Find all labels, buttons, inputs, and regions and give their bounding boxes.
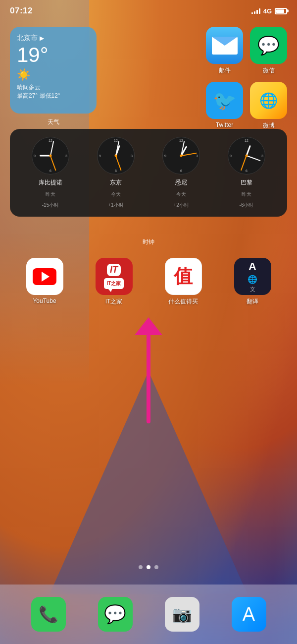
phone-icon: 📞 — [39, 605, 58, 624]
status-icons: 4G — [251, 7, 287, 15]
up-arrow — [135, 317, 162, 423]
youtube-play-icon — [42, 272, 50, 282]
translate-globe-icon: 🌐 — [248, 275, 257, 284]
youtube-label: YouTube — [33, 297, 56, 304]
translate-a-icon: A — [248, 260, 256, 273]
smzdm-icon: 值 — [165, 258, 202, 295]
dock: 📞 💬 📷 A — [0, 585, 297, 644]
clock-diff-sydney: +2小时 — [173, 202, 189, 209]
clock-day-tokyo: 今天 — [111, 191, 121, 198]
clock-day-cupertino: 昨天 — [46, 191, 55, 198]
clock-day-sydney: 今天 — [176, 191, 186, 198]
weibo-icon: 🌐 — [250, 82, 287, 119]
mail-label: 邮件 — [219, 66, 231, 75]
dock-app-messages[interactable]: 💬 — [98, 597, 133, 632]
mail-icon — [206, 27, 243, 64]
page-dot-0[interactable] — [139, 565, 143, 569]
clock-city-cupertino: 库比提诺 — [39, 178, 62, 187]
app-itzhijia[interactable]: IT IT之家 IT之家 — [96, 258, 133, 306]
top-right-app-grid: 邮件 💬 微信 🐦 Twitter 🌐 微博 — [206, 27, 287, 130]
clock-day-paris: 昨天 — [242, 191, 251, 198]
weather-desc: 晴间多云 最高27° 最低12° — [17, 83, 90, 100]
wechat-icon: 💬 — [250, 27, 287, 64]
page-dots — [0, 565, 297, 569]
clock-cupertino: 12 3 6 9 库比提诺 昨天 -15小时 — [32, 137, 69, 209]
camera-icon: 📷 — [172, 605, 192, 624]
translate-label: 翻译 — [247, 297, 258, 306]
smzdm-char-icon: 值 — [174, 264, 193, 289]
weibo-logo-icon: 🌐 — [259, 92, 278, 109]
app-translate[interactable]: A 🌐 文 翻译 — [234, 258, 271, 306]
wechat-bubble-icon: 💬 — [257, 35, 280, 56]
page-dot-2[interactable] — [154, 565, 158, 569]
clock-face-paris: 12 3 6 9 — [228, 137, 265, 175]
weather-sun-icon: ☀️ — [17, 68, 90, 81]
mail-envelope — [212, 37, 238, 55]
location-icon: ▶ — [40, 35, 44, 42]
arrow-head-icon — [135, 317, 162, 335]
clock-diff-tokyo: +1小时 — [108, 202, 123, 209]
app-twitter[interactable]: 🐦 Twitter — [206, 82, 243, 130]
clock-city-tokyo: 东京 — [110, 178, 122, 187]
weather-widget[interactable]: 北京市 ▶ 19° ☀️ 晴间多云 最高27° 最低12° — [10, 27, 97, 114]
twitter-icon: 🐦 — [206, 82, 243, 119]
app-wechat[interactable]: 💬 微信 — [250, 27, 287, 75]
youtube-icon — [26, 258, 63, 295]
dock-app-appstore[interactable]: A — [232, 597, 266, 632]
app-mail[interactable]: 邮件 — [206, 27, 243, 75]
status-time: 07:12 — [10, 6, 33, 16]
itzhijia-icon: IT IT之家 — [96, 258, 133, 295]
clock-sydney: 12 3 6 9 悉尼 今天 +2小时 — [162, 137, 200, 209]
status-bar: 07:12 4G — [0, 0, 297, 22]
it-text: IT — [110, 265, 118, 275]
clock-widget-label: 时钟 — [0, 238, 297, 246]
app-weibo[interactable]: 🌐 微博 — [250, 82, 287, 130]
battery-icon — [275, 8, 287, 14]
clock-diff-cupertino: -15小时 — [42, 202, 59, 209]
wechat-label: 微信 — [263, 66, 275, 75]
twitter-bird-icon: 🐦 — [213, 90, 236, 112]
translate-icon: A 🌐 文 — [234, 258, 271, 295]
clock-face-tokyo: 12 3 6 9 — [97, 137, 135, 175]
clock-face-cupertino: 12 3 6 9 — [32, 137, 69, 175]
itzhijia-label: IT之家 — [105, 297, 123, 306]
translate-char-icon: 文 — [250, 286, 255, 293]
page-dot-1[interactable] — [147, 565, 150, 569]
smzdm-label: 什么值得买 — [168, 297, 198, 306]
twitter-label: Twitter — [216, 121, 233, 128]
app-smzdm[interactable]: 值 什么值得买 — [165, 258, 202, 306]
weather-temp: 19° — [17, 44, 90, 66]
dock-app-camera[interactable]: 📷 — [165, 597, 199, 632]
clock-paris: 12 3 6 9 巴黎 昨天 -6小时 — [228, 137, 265, 209]
network-type: 4G — [263, 7, 272, 15]
clock-widget[interactable]: 12 3 6 9 库比提诺 昨天 -15小时 12 3 6 9 东京 今 — [10, 129, 287, 217]
arrow-shaft-icon — [147, 334, 150, 423]
battery-fill — [276, 9, 284, 13]
youtube-play-bg — [33, 268, 56, 285]
bottom-app-row: YouTube IT IT之家 IT之家 值 什么值得买 A 🌐 文 — [10, 258, 287, 306]
signal-bars-icon — [251, 8, 260, 14]
dock-app-phone[interactable]: 📞 — [31, 597, 66, 632]
clock-diff-paris: -6小时 — [240, 202, 254, 209]
app-youtube[interactable]: YouTube — [26, 258, 63, 306]
messages-icon: 💬 — [104, 604, 126, 625]
weather-city: 北京市 ▶ — [17, 34, 90, 43]
weather-widget-label: 天气 — [10, 118, 97, 126]
appstore-icon: A — [243, 604, 255, 625]
clock-face-sydney: 12 3 6 9 — [162, 137, 200, 175]
clock-city-paris: 巴黎 — [241, 178, 252, 187]
clock-tokyo: 12 3 6 9 东京 今天 +1小时 — [97, 137, 135, 209]
clock-city-sydney: 悉尼 — [175, 178, 187, 187]
